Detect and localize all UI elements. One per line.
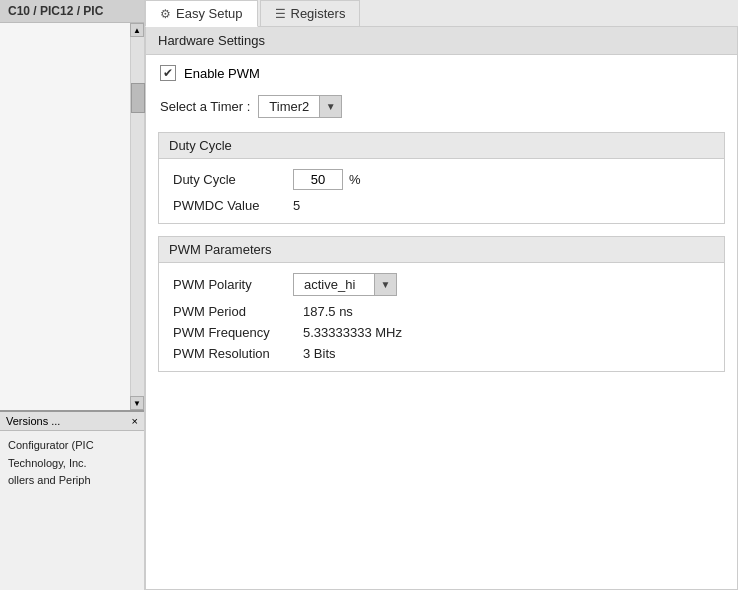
pwm-frequency-label: PWM Frequency <box>173 325 303 340</box>
main-panel: ⚙ Easy Setup ☰ Registers Hardware Settin… <box>145 0 738 590</box>
sidebar-bottom-header: Versions ... × <box>0 412 144 431</box>
pwm-resolution-label: PWM Resolution <box>173 346 303 361</box>
gear-icon: ⚙ <box>160 7 171 21</box>
sidebar: C10 / PIC12 / PIC ▲ ▼ Versions ... × Con… <box>0 0 145 590</box>
tab-easy-setup-label: Easy Setup <box>176 6 243 21</box>
timer-dropdown-arrow[interactable]: ▼ <box>319 96 341 117</box>
sidebar-bottom-title: Versions ... <box>6 415 60 427</box>
scroll-down-arrow[interactable]: ▼ <box>130 396 144 410</box>
close-icon[interactable]: × <box>132 415 138 427</box>
sidebar-scrollbar[interactable]: ▲ ▼ <box>130 23 144 410</box>
duty-cycle-value-box[interactable]: 50 <box>293 169 343 190</box>
sidebar-bottom-line2: Technology, Inc. <box>8 455 136 473</box>
registers-icon: ☰ <box>275 7 286 21</box>
pwm-polarity-row: PWM Polarity active_hi ▼ <box>173 273 710 296</box>
tab-registers[interactable]: ☰ Registers <box>260 0 361 26</box>
sidebar-content: ▲ ▼ <box>0 23 144 410</box>
pwm-parameters-panel: PWM Parameters PWM Polarity active_hi ▼ … <box>158 236 725 372</box>
scroll-thumb[interactable] <box>131 83 145 113</box>
checkmark-icon: ✔ <box>163 67 173 79</box>
sidebar-bottom-content: Configurator (PIC Technology, Inc. oller… <box>0 431 144 496</box>
tab-registers-label: Registers <box>291 6 346 21</box>
polarity-dropdown-arrow[interactable]: ▼ <box>374 274 396 295</box>
hardware-settings-header: Hardware Settings <box>146 27 737 55</box>
pwm-resolution-row: PWM Resolution 3 Bits <box>173 346 710 361</box>
duty-cycle-panel: Duty Cycle Duty Cycle 50 % PWMDC Value 5 <box>158 132 725 224</box>
duty-cycle-unit: % <box>349 172 361 187</box>
polarity-select-dropdown[interactable]: active_hi ▼ <box>293 273 397 296</box>
pwmdc-row: PWMDC Value 5 <box>173 198 710 213</box>
sidebar-bottom-line3: ollers and Periph <box>8 472 136 490</box>
enable-pwm-checkbox[interactable]: ✔ <box>160 65 176 81</box>
pwm-period-row: PWM Period 187.5 ns <box>173 304 710 319</box>
select-timer-label: Select a Timer : <box>160 99 250 114</box>
timer-select-dropdown[interactable]: Timer2 ▼ <box>258 95 342 118</box>
sidebar-bottom-panel: Versions ... × Configurator (PIC Technol… <box>0 410 144 590</box>
scroll-up-arrow[interactable]: ▲ <box>130 23 144 37</box>
scroll-up-icon: ▲ <box>133 26 141 35</box>
tab-easy-setup[interactable]: ⚙ Easy Setup <box>145 0 258 27</box>
pwm-parameters-header: PWM Parameters <box>159 237 724 263</box>
pwm-parameters-content: PWM Polarity active_hi ▼ PWM Period 187.… <box>159 263 724 371</box>
pwm-period-value: 187.5 ns <box>303 304 353 319</box>
pwm-polarity-label: PWM Polarity <box>173 277 293 292</box>
polarity-arrow-icon: ▼ <box>381 279 391 290</box>
sidebar-header: C10 / PIC12 / PIC <box>0 0 144 23</box>
timer-select-row: Select a Timer : Timer2 ▼ <box>146 91 737 132</box>
pwmdc-value: 5 <box>293 198 300 213</box>
enable-pwm-label: Enable PWM <box>184 66 260 81</box>
duty-cycle-header: Duty Cycle <box>159 133 724 159</box>
tab-bar: ⚙ Easy Setup ☰ Registers <box>145 0 738 27</box>
pwm-period-label: PWM Period <box>173 304 303 319</box>
duty-cycle-label: Duty Cycle <box>173 172 293 187</box>
pwm-resolution-value: 3 Bits <box>303 346 336 361</box>
enable-pwm-row: ✔ Enable PWM <box>146 55 737 91</box>
timer-select-value: Timer2 <box>259 96 319 117</box>
pwm-frequency-value: 5.33333333 MHz <box>303 325 402 340</box>
pwmdc-label: PWMDC Value <box>173 198 293 213</box>
sidebar-bottom-line1: Configurator (PIC <box>8 437 136 455</box>
pwm-frequency-row: PWM Frequency 5.33333333 MHz <box>173 325 710 340</box>
dropdown-arrow-icon: ▼ <box>326 101 336 112</box>
panel-content: Hardware Settings ✔ Enable PWM Select a … <box>145 27 738 590</box>
scroll-down-icon: ▼ <box>133 399 141 408</box>
duty-cycle-content: Duty Cycle 50 % PWMDC Value 5 <box>159 159 724 223</box>
duty-cycle-row: Duty Cycle 50 % <box>173 169 710 190</box>
polarity-select-value: active_hi <box>294 274 374 295</box>
